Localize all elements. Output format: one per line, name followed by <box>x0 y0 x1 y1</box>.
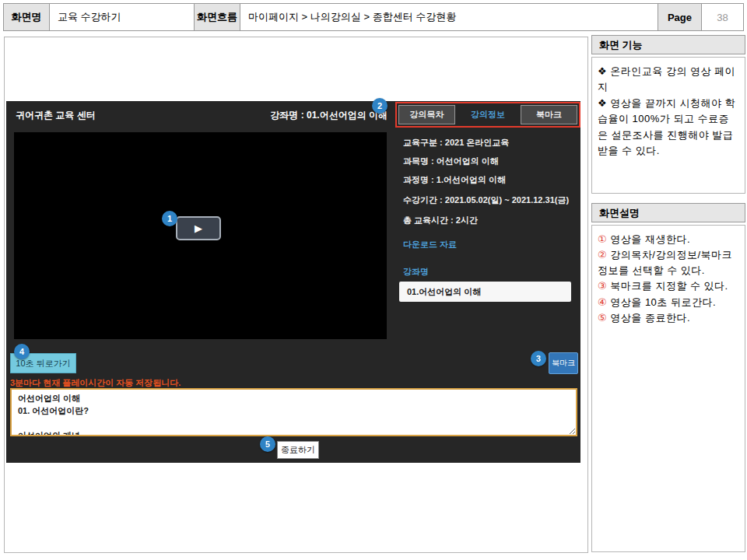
lecture-list-label: 강좌명 <box>403 266 429 278</box>
bookmark-button[interactable]: 북마크 <box>549 352 578 374</box>
screen-functions-title: 화면 기능 <box>599 38 643 52</box>
description-item: ② 강의목차/강의정보/북마크 정보를 선택할 수 있다. <box>598 247 739 278</box>
lecture-notes-textarea[interactable]: 어선어업의 이해 01. 어선어업이란? 어선어업의 개념 <box>10 388 577 436</box>
tab-group-highlight: 강의목차 강의정보 북마크 <box>395 102 580 128</box>
callout-badge-3: 3 <box>531 351 546 366</box>
screen-description-header: 화면설명 <box>591 203 745 222</box>
function-item: ❖ 영상을 끝까지 시청해야 학습율이 100%가 되고 수료증은 설문조사를 … <box>598 96 739 159</box>
tab-lecture-toc[interactable]: 강의목차 <box>398 105 455 124</box>
screen-description-box: ① 영상을 재생한다. ② 강의목차/강의정보/북마크 정보를 선택할 수 있다… <box>591 225 745 552</box>
description-item: ④ 영상을 10초 뒤로간다. <box>598 295 739 310</box>
screen-name-label: 화면명 <box>3 3 50 31</box>
red-circled-number: ② <box>598 249 607 261</box>
callout-badge-2: 2 <box>372 98 388 114</box>
video-screen: ▶ <box>14 132 387 339</box>
description-text: 영상을 재생한다. <box>607 233 690 245</box>
lecture-list-item[interactable]: 01.어선어업의 이해 <box>399 282 571 302</box>
red-circled-number: ③ <box>598 280 607 292</box>
video-lecture-player: 귀어귀촌 교육 센터 강좌명 : 01.어선어업의 이해 강의목차 강의정보 북… <box>6 101 580 463</box>
screen-functions-box: ❖ 온라인교육 강의 영상 페이지 ❖ 영상을 끝까지 시청해야 학습율이 10… <box>591 57 745 194</box>
screenshot-frame: 귀어귀촌 교육 센터 강좌명 : 01.어선어업의 이해 강의목차 강의정보 북… <box>4 37 588 553</box>
info-total-hours: 총 교육시간 : 2시간 <box>403 215 478 226</box>
callout-badge-4: 4 <box>14 344 30 359</box>
play-icon: ▶ <box>195 223 202 233</box>
description-item: ① 영상을 재생한다. <box>598 232 739 247</box>
site-title: 귀어귀촌 교육 센터 <box>16 109 96 122</box>
breadcrumb: 마이페이지 > 나의강의실 > 종합센터 수강현황 <box>240 3 658 31</box>
page-label: Page <box>658 3 702 31</box>
page-number: 38 <box>701 3 744 31</box>
autosave-notice: 3분마다 현재 플레이시간이 자동 저장됩니다. <box>10 377 181 389</box>
description-text: 영상을 10초 뒤로간다. <box>607 296 716 308</box>
red-circled-number: ⑤ <box>598 312 607 324</box>
screen-description-title: 화면설명 <box>599 206 640 220</box>
description-item: ③ 북마크를 지정할 수 있다. <box>598 278 739 294</box>
callout-badge-1: 1 <box>162 211 177 226</box>
course-title: 강좌명 : 01.어선어업의 이해 <box>193 109 388 122</box>
description-text: 강의목차/강의정보/북마크 정보를 선택할 수 있다. <box>598 249 732 276</box>
red-circled-number: ④ <box>598 296 607 308</box>
screen-name-value: 교육 수강하기 <box>49 3 195 31</box>
info-education-type: 교육구분 : 2021 온라인교육 <box>403 137 509 149</box>
tab-bookmark[interactable]: 북마크 <box>521 105 577 124</box>
play-button[interactable]: ▶ <box>176 216 221 240</box>
info-subject-name: 과목명 : 어선어업의 이해 <box>403 156 499 167</box>
info-course-period: 수강기간 : 2021.05.02(일) ~ 2021.12.31(금) <box>403 194 569 206</box>
callout-badge-5: 5 <box>260 436 275 452</box>
screen-flow-label: 화면흐름 <box>194 3 240 31</box>
document-header-bar: 화면명 교육 수강하기 화면흐름 마이페이지 > 나의강의실 > 종합센터 수강… <box>3 3 744 31</box>
red-circled-number: ① <box>598 233 607 245</box>
info-course-name: 과정명 : 1.어선어업의 이해 <box>403 174 506 186</box>
end-lecture-button[interactable]: 종료하기 <box>277 441 319 459</box>
description-text: 영상을 종료한다. <box>607 312 690 324</box>
description-text: 북마크를 지정할 수 있다. <box>607 280 728 292</box>
tab-lecture-info[interactable]: 강의정보 <box>460 105 517 124</box>
description-item: ⑤ 영상을 종료한다. <box>598 310 739 326</box>
function-item: ❖ 온라인교육 강의 영상 페이지 <box>598 64 739 95</box>
screen-functions-header: 화면 기능 <box>591 35 745 54</box>
download-materials-link[interactable]: 다운로드 자료 <box>403 239 457 250</box>
